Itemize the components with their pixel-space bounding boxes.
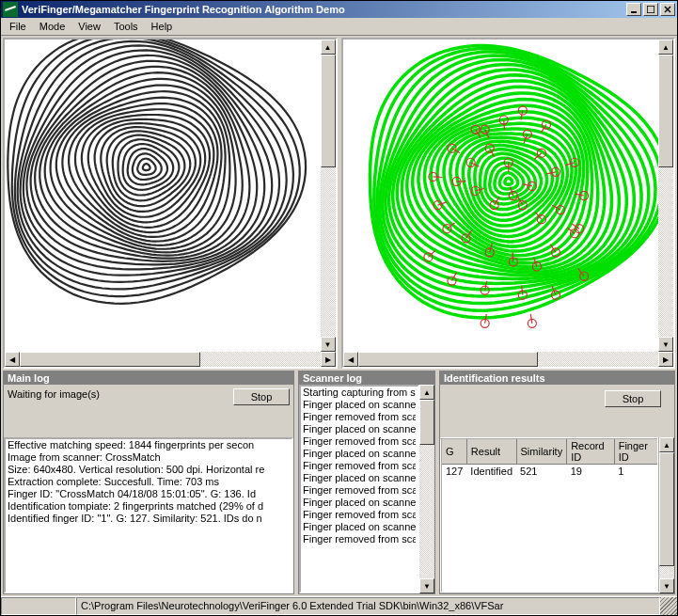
cell-similarity: 521 [516,465,567,479]
raw-fingerprint-panel: ▲ ▼ ◀ ▶ [3,38,338,369]
scroll-up-icon[interactable]: ▲ [321,39,336,55]
main-log-stop-button[interactable]: Stop [233,388,290,405]
scanner-log-pane: Scanner log Starting capturing from scFi… [298,371,435,594]
cell-g: 127 [441,465,466,479]
log-line: Finger removed from scan [303,435,416,448]
log-line: Finger placed on scanne [303,497,416,509]
log-line: Finger placed on scanne [303,399,416,411]
svg-line-53 [433,177,442,178]
scroll-down-icon[interactable]: ▼ [321,337,336,352]
minimize-icon [630,6,638,13]
scroll-up-icon[interactable]: ▲ [658,39,673,55]
scroll-right-icon[interactable]: ▶ [321,352,336,367]
table-row[interactable]: 127 Identified 521 19 1 [441,465,658,479]
svg-rect-0 [631,11,637,13]
col-finger-id[interactable]: Finger ID [614,438,658,465]
log-line: Identification tompiate: 2 fingerprints … [8,500,290,513]
log-line: Finger removed from scan [303,484,416,497]
svg-line-83 [530,314,532,324]
identification-results-title: Identification results [440,371,674,385]
cell-finger-id: 1 [614,465,658,479]
raw-panel-scroll-v[interactable]: ▲ ▼ [321,39,336,352]
content-area: ▲ ▼ ◀ ▶ [1,36,677,596]
col-g[interactable]: G [441,438,466,465]
scroll-left-icon[interactable]: ◀ [343,352,358,367]
menubar: File Mode View Tools Help [1,18,677,36]
col-record-id[interactable]: Record ID [567,438,615,465]
app-icon [3,2,18,17]
cell-record-id: 19 [567,465,615,479]
raw-panel-scroll-h[interactable]: ◀ ▶ [5,352,336,367]
col-similarity[interactable]: Similarity [516,438,567,465]
log-line: Finger removed from scan [303,509,416,521]
cell-result: Identified [466,465,516,479]
top-panels: ▲ ▼ ◀ ▶ [3,38,675,369]
processed-fingerprint-panel: ▲ ▼ ◀ ▶ [341,38,676,369]
main-log-list[interactable]: Effective matching speed: 1844 fingerpri… [4,437,293,593]
log-line: Finger ID: "CrossMatch 04/18/08 15:01:05… [8,488,290,500]
menu-help[interactable]: Help [145,19,180,34]
identification-stop-button[interactable]: Stop [605,390,661,407]
main-log-waiting-text: Waiting for image(s) [8,388,233,400]
titlebar: VeriFinger/Megamatcher Fingerprint Recog… [1,1,677,18]
table-header-row: G Result Similarity Record ID Finger ID [441,438,658,465]
processed-panel-scroll-v[interactable]: ▲ ▼ [658,39,673,352]
statusbar-path: C:\Program Files\Neurotechnology\VeriFin… [76,597,660,615]
processed-fingerprint-image [343,39,674,352]
resize-grip[interactable] [660,597,677,615]
close-icon [664,6,671,13]
identification-results-table[interactable]: G Result Similarity Record ID Finger ID … [440,437,659,593]
menu-view[interactable]: View [71,19,107,34]
maximize-button[interactable] [643,3,658,16]
statusbar: C:\Program Files\Neurotechnology\VeriFin… [1,596,677,615]
log-line: Extraction complete: Succesfull. Time: 7… [8,476,290,488]
menu-mode[interactable]: Mode [33,19,72,34]
statusbar-cell-1 [1,597,76,615]
main-log-status-row: Waiting for image(s) Stop [4,385,293,437]
scanner-log-title: Scanner log [299,371,434,385]
log-line: Size: 640x480. Vertical resolution: 500 … [8,464,290,476]
log-line: Starting capturing from sc [303,387,416,399]
log-line: Image from scanner: CrossMatch [8,451,290,464]
identification-results-pane: Identification results Stop G Result Sim… [439,371,675,594]
scroll-down-icon[interactable]: ▼ [419,578,434,593]
log-line: Effective matching speed: 1844 fingerpri… [8,439,290,451]
log-line: Finger placed on scanne [303,521,416,533]
results-scroll-v[interactable]: ▲ ▼ [659,437,674,593]
scroll-up-icon[interactable]: ▲ [659,437,674,452]
scroll-right-icon[interactable]: ▶ [658,352,673,367]
svg-rect-1 [647,6,654,13]
scroll-up-icon[interactable]: ▲ [419,385,434,400]
svg-line-81 [484,314,486,324]
main-log-title: Main log [4,371,293,385]
log-line: Finger placed on scanne [303,472,416,484]
menu-tools[interactable]: Tools [107,19,145,34]
log-line: Finger placed on scanne [303,448,416,460]
svg-line-7 [503,120,504,130]
log-line: Finger removed from scan [303,411,416,423]
close-button[interactable] [660,3,675,16]
scanner-log-scroll-v[interactable]: ▲ ▼ [419,385,434,593]
processed-panel-scroll-h[interactable]: ◀ ▶ [343,352,674,367]
col-result[interactable]: Result [466,438,516,465]
maximize-icon [647,6,654,13]
log-line: Finger removed from scan [303,533,416,545]
scroll-down-icon[interactable]: ▼ [659,578,674,593]
scanner-log-list[interactable]: Starting capturing from scFinger placed … [299,385,419,593]
menu-file[interactable]: File [3,19,33,34]
window-title: VeriFinger/Megamatcher Fingerprint Recog… [22,4,626,15]
log-line: Finger placed on scanne [303,423,416,435]
app-window: VeriFinger/Megamatcher Fingerprint Recog… [0,0,678,616]
window-controls [626,3,675,16]
main-log-pane: Main log Waiting for image(s) Stop Effec… [3,371,294,594]
minimize-button[interactable] [626,3,641,16]
scroll-down-icon[interactable]: ▼ [658,337,673,352]
log-line: Finger removed from scan [303,460,416,472]
svg-line-43 [512,252,513,261]
raw-fingerprint-image [5,39,336,352]
log-line: Identified finger ID: "1". G: 127. Simil… [8,513,290,525]
lower-panels: Main log Waiting for image(s) Stop Effec… [3,371,675,594]
scroll-left-icon[interactable]: ◀ [5,352,20,367]
